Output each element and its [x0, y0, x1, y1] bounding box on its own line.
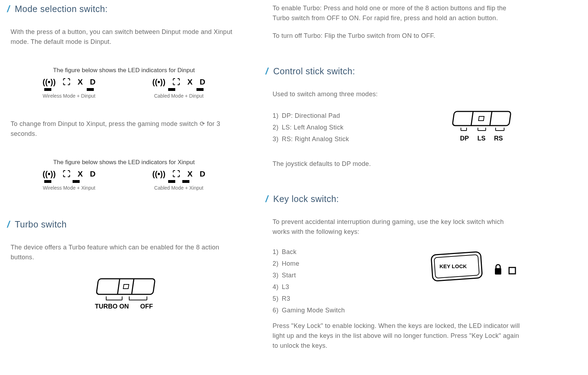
d-icon: D — [200, 77, 205, 87]
turbo-off-text: OFF — [140, 303, 153, 310]
list-item: LS: Left Analog Stick — [282, 124, 344, 131]
led-bar — [182, 180, 189, 183]
led-bar — [168, 88, 175, 91]
slash-icon: / — [7, 4, 10, 15]
keylock-title-text: Key lock switch: — [273, 194, 339, 204]
change-text: To change from Dinput to Xinput, press t… — [11, 119, 237, 139]
list-item: R3 — [282, 295, 290, 302]
turbo-title-text: Turbo switch — [15, 219, 67, 230]
led-bar — [87, 88, 94, 91]
keylock-btn-label: KEY LOCK — [407, 263, 499, 269]
wireless-icon: ((•)) — [42, 77, 56, 87]
turbo-switch-figure: TURBO ON OFF — [7, 277, 241, 310]
list-item: RS: Right Analog Stick — [282, 135, 349, 143]
wireless-icon: ((•)) — [42, 169, 56, 179]
wireless-xinput-label: Wireless Mode + Xinput — [34, 185, 104, 191]
keylock-intro: To prevent accidental interruption durin… — [273, 217, 520, 237]
expand-icon: ⛶ — [172, 77, 180, 87]
keylock-list: 1)Back 2)Home 3)Start 4)L3 5)R3 6)Gaming… — [273, 246, 407, 316]
dinput-led-row: ((•)) ⛶ X D Wireless Mode + Dinput ((•)) — [7, 77, 241, 99]
turbo-enable-text: To enable Turbo: Press and hold one or m… — [273, 4, 520, 23]
expand-icon: ⛶ — [172, 169, 180, 179]
mode-title-text: Mode selection switch: — [15, 4, 108, 14]
control-switch-figure: DP LS RS — [443, 110, 520, 142]
svg-rect-7 — [479, 116, 484, 121]
expand-icon: ⛶ — [63, 77, 70, 87]
mode-intro: With the press of a button, you can swit… — [11, 27, 241, 47]
keylock-title: / Key lock switch: — [266, 194, 520, 204]
list-item: Gaming Mode Switch — [282, 307, 345, 314]
led-bar — [196, 88, 204, 91]
turbo-intro: The device offers a Turbo feature which … — [11, 243, 241, 262]
xinput-caption: The figure below shows the LED indicator… — [7, 159, 241, 166]
ls-label: LS — [477, 135, 485, 142]
dinput-caption: The figure below shows the LED indicator… — [7, 67, 241, 74]
list-item: L3 — [282, 283, 289, 290]
x-icon: X — [187, 169, 193, 179]
control-intro: Used to switch among three modes: — [273, 90, 520, 99]
dp-label: DP — [460, 135, 469, 142]
wireless-icon: ((•)) — [152, 77, 165, 87]
slash-icon: / — [266, 194, 268, 204]
expand-icon: ⛶ — [63, 169, 70, 179]
keylock-figure: KEY LOCK — [428, 246, 520, 291]
mode-title: / Mode selection switch: — [7, 4, 241, 15]
led-bar — [73, 180, 80, 183]
list-item: Start — [282, 272, 296, 279]
square-icon — [509, 267, 515, 274]
d-icon: D — [90, 77, 96, 87]
list-item: Home — [282, 260, 299, 267]
d-icon: D — [90, 169, 96, 179]
keylock-footer: Press "Key Lock" to enable locking. When… — [273, 321, 520, 351]
mode-switch-icon: ⟳ — [200, 119, 205, 129]
turbo-disable-text: To turn off Turbo: Flip the Turbo switch… — [273, 31, 520, 41]
wireless-icon: ((•)) — [152, 169, 165, 179]
xinput-led-row: ((•)) ⛶ X D Wireless Mode + Xinput — [7, 169, 241, 191]
control-list: 1)DP: Directional Pad 2)LS: Left Analog … — [273, 110, 421, 145]
slash-icon: / — [266, 66, 268, 77]
cabled-dinput-label: Cabled Mode + Dinput — [143, 93, 214, 99]
list-item: Back — [282, 248, 297, 255]
wireless-dinput-label: Wireless Mode + Dinput — [34, 93, 104, 99]
d-icon: D — [200, 169, 205, 179]
control-title: / Control stick switch: — [266, 66, 520, 77]
slash-icon: / — [7, 219, 10, 230]
cabled-xinput-label: Cabled Mode + Xinput — [143, 185, 214, 191]
svg-rect-3 — [123, 284, 129, 289]
led-bar — [168, 180, 175, 183]
x-icon: X — [78, 169, 83, 179]
led-bar — [44, 180, 51, 183]
x-icon: X — [187, 77, 193, 87]
turbo-title: / Turbo switch — [7, 219, 241, 230]
x-icon: X — [78, 77, 83, 87]
control-note: The joystick defaults to DP mode. — [273, 159, 520, 169]
rs-label: RS — [494, 135, 503, 142]
turbo-on-text: TURBO ON — [95, 303, 129, 310]
list-item: DP: Directional Pad — [282, 112, 340, 119]
led-bar — [44, 88, 51, 91]
control-title-text: Control stick switch: — [273, 66, 355, 76]
